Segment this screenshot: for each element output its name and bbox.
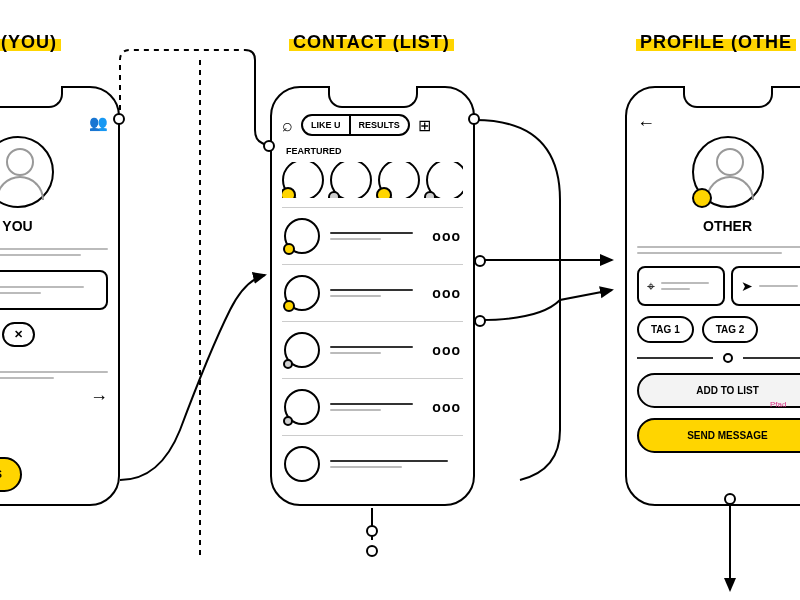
name-you: YOU	[0, 218, 108, 234]
phone-notch	[0, 86, 63, 108]
more-icon[interactable]: ooo	[432, 342, 461, 358]
close-icon[interactable]: ✕	[14, 329, 23, 340]
arrow-right-icon[interactable]: →	[90, 387, 108, 408]
list-avatar	[284, 332, 320, 368]
info-chip-send[interactable]: ➤	[731, 266, 801, 306]
featured-label: FEARTURED	[286, 146, 463, 156]
search-icon[interactable]: ⌕	[282, 115, 293, 136]
phone-contact-list: ⌕ LIKE U RESULTS ⊞ FEARTURED ooo	[270, 86, 475, 506]
list-item[interactable]: ooo	[282, 264, 463, 321]
flow-node	[113, 113, 125, 125]
back-icon[interactable]: ←	[637, 113, 655, 134]
more-icon[interactable]: ooo	[432, 399, 461, 415]
flow-node	[366, 545, 378, 557]
segment-results[interactable]: RESULTS	[349, 116, 408, 134]
tag-2[interactable]: TAG 2	[702, 316, 759, 343]
avatar-you[interactable]	[0, 136, 54, 208]
flow-node	[474, 315, 486, 327]
avatar-other[interactable]	[692, 136, 764, 208]
people-icon[interactable]: 👥	[89, 114, 108, 132]
tag-chip-partial[interactable]: ✕	[2, 322, 35, 347]
flow-node	[724, 493, 736, 505]
pin-icon: ⌖	[647, 278, 655, 295]
title-profile-you: LE (YOU)	[0, 32, 57, 53]
featured-row	[282, 162, 463, 198]
flow-node	[468, 113, 480, 125]
title-profile-other: PROFILE (OTHE	[640, 32, 792, 53]
map-icon[interactable]: ⊞	[418, 116, 431, 135]
list-avatar	[284, 389, 320, 425]
list-avatar	[284, 218, 320, 254]
more-icon[interactable]: ooo	[432, 285, 461, 301]
title-contact-list: CONTACT (LIST)	[293, 32, 450, 53]
name-other: OTHER	[637, 218, 800, 234]
flow-node	[474, 255, 486, 267]
segmented-control[interactable]: LIKE U RESULTS	[301, 114, 410, 136]
divider	[637, 353, 800, 363]
tag-1[interactable]: TAG 1	[637, 316, 694, 343]
info-chip-location[interactable]: ⌖	[637, 266, 725, 306]
contacts-button[interactable]: CONTACTS	[0, 457, 22, 492]
phone-notch	[328, 86, 418, 108]
featured-avatar[interactable]	[378, 162, 420, 198]
flow-node	[263, 140, 275, 152]
list-avatar	[284, 275, 320, 311]
segment-like-u[interactable]: LIKE U	[303, 116, 349, 134]
list-avatar	[284, 446, 320, 482]
info-chip-send[interactable]: ➤	[0, 270, 108, 310]
phone-notch	[683, 86, 773, 108]
list-item[interactable]: ooo	[282, 378, 463, 435]
featured-avatar[interactable]	[282, 162, 324, 198]
list-item[interactable]: ooo	[282, 321, 463, 378]
featured-avatar[interactable]	[330, 162, 372, 198]
send-message-button[interactable]: SEND MESSAGE	[637, 418, 800, 453]
more-icon[interactable]: ooo	[432, 228, 461, 244]
annotation-pfad: Pfad	[770, 400, 786, 409]
list-item[interactable]	[282, 435, 463, 492]
flow-node	[366, 525, 378, 537]
send-icon: ➤	[741, 278, 753, 294]
phone-profile-other: ← OTHER ⌖ ➤	[625, 86, 800, 506]
list-item[interactable]: ooo	[282, 207, 463, 264]
featured-avatar[interactable]	[426, 162, 463, 198]
phone-profile-you: 👥 YOU ➤ ✕ TAG 2 ✕	[0, 86, 120, 506]
